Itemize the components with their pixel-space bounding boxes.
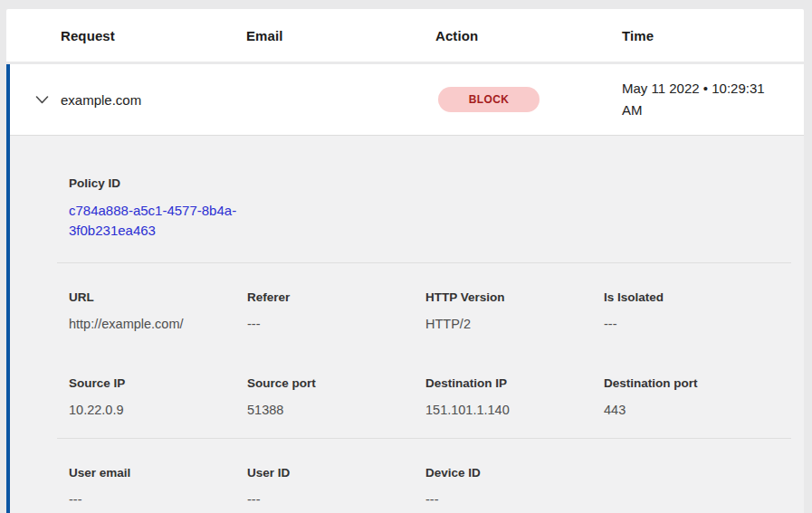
destination-ip-label: Destination IP <box>425 375 604 393</box>
is-isolated-label: Is Isolated <box>604 289 791 307</box>
source-ip-field: Source IP 10.22.0.9 <box>69 375 247 419</box>
policy-id-label: Policy ID <box>69 175 791 193</box>
section-divider <box>57 262 791 263</box>
empty-field <box>604 464 791 508</box>
column-header-time: Time <box>622 28 804 43</box>
section-divider <box>57 438 791 439</box>
log-detail-panel: Policy ID c784a888-a5c1-4577-8b4a-3f0b23… <box>10 136 804 513</box>
source-port-field: Source port 51388 <box>247 375 425 419</box>
destination-port-value: 443 <box>604 401 791 419</box>
column-header-email: Email <box>246 28 435 43</box>
http-version-label: HTTP Version <box>425 289 604 307</box>
user-id-field: User ID --- <box>247 464 425 508</box>
detail-row-http: URL http://example.com/ Referer --- HTTP… <box>69 289 791 333</box>
column-header-action: Action <box>435 28 622 43</box>
destination-ip-value: 151.101.1.140 <box>425 401 604 419</box>
device-id-label: Device ID <box>425 464 604 482</box>
url-value: http://example.com/ <box>69 315 247 333</box>
is-isolated-value: --- <box>604 315 791 333</box>
chevron-down-icon <box>35 96 49 104</box>
destination-port-field: Destination port 443 <box>604 375 791 419</box>
user-id-label: User ID <box>247 464 425 482</box>
http-version-field: HTTP Version HTTP/2 <box>425 289 604 333</box>
policy-id-link[interactable]: c784a888-a5c1-4577-8b4a-3f0b231ea463 <box>69 201 239 240</box>
user-email-field: User email --- <box>69 464 247 508</box>
user-id-value: --- <box>247 490 425 508</box>
time-cell: May 11 2022 • 10:29:31 AM <box>622 78 787 121</box>
device-id-value: --- <box>425 490 604 508</box>
http-version-value: HTTP/2 <box>425 315 604 333</box>
url-label: URL <box>69 289 247 307</box>
block-status-badge: BLOCK <box>438 87 540 112</box>
destination-port-label: Destination port <box>604 375 791 393</box>
source-ip-value: 10.22.0.9 <box>69 401 247 419</box>
destination-ip-field: Destination IP 151.101.1.140 <box>425 375 604 419</box>
referer-field: Referer --- <box>247 289 425 333</box>
expanded-log-entry: example.com BLOCK May 11 2022 • 10:29:31… <box>6 64 804 513</box>
expand-toggle[interactable] <box>10 96 61 104</box>
user-email-value: --- <box>69 490 247 508</box>
referer-value: --- <box>247 315 425 333</box>
source-port-value: 51388 <box>247 401 425 419</box>
device-id-field: Device ID --- <box>425 464 604 508</box>
source-port-label: Source port <box>247 375 425 393</box>
table-row[interactable]: example.com BLOCK May 11 2022 • 10:29:31… <box>10 64 804 136</box>
source-ip-label: Source IP <box>69 375 247 393</box>
logs-table: Request Email Action Time example.com BL… <box>6 9 804 513</box>
detail-row-user: User email --- User ID --- Device ID --- <box>69 464 791 508</box>
request-cell: example.com <box>61 92 246 108</box>
url-field: URL http://example.com/ <box>69 289 247 333</box>
user-email-label: User email <box>69 464 247 482</box>
action-cell: BLOCK <box>435 87 622 112</box>
column-header-request: Request <box>61 28 246 43</box>
table-header-row: Request Email Action Time <box>6 9 804 62</box>
policy-id-field: Policy ID c784a888-a5c1-4577-8b4a-3f0b23… <box>69 175 791 240</box>
referer-label: Referer <box>247 289 425 307</box>
is-isolated-field: Is Isolated --- <box>604 289 791 333</box>
detail-row-network: Source IP 10.22.0.9 Source port 51388 De… <box>69 375 791 419</box>
page: Request Email Action Time example.com BL… <box>0 0 812 513</box>
